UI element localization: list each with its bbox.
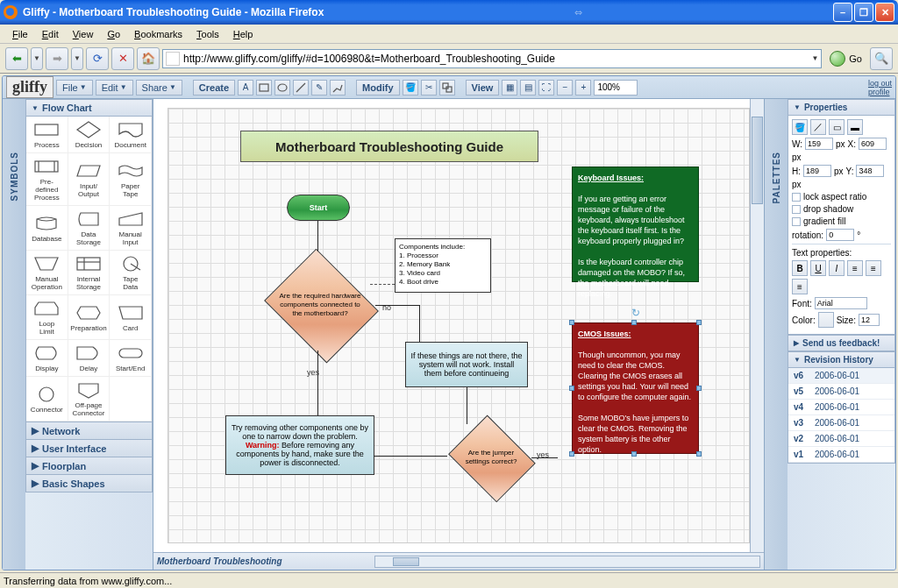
flow-title[interactable]: Motherboard Troubleshooting Guide [240, 131, 538, 162]
palettes-tab[interactable]: PALETTES [765, 99, 788, 570]
shape-document[interactable]: Document [110, 117, 152, 153]
tool-group[interactable] [439, 80, 455, 96]
profile-link[interactable]: profile [868, 88, 892, 96]
gradient-fill-checkbox[interactable] [792, 217, 801, 226]
tool-snap[interactable]: ▤ [520, 80, 536, 96]
forward-history-dropdown[interactable]: ▼ [71, 47, 83, 70]
go-icon[interactable] [830, 51, 845, 67]
resize-handle[interactable] [569, 451, 574, 457]
shape-start-end[interactable]: Start/End [110, 340, 152, 377]
shape-internal-storage[interactable]: InternalStorage [68, 251, 110, 295]
tool-fill[interactable]: 🪣 [403, 80, 418, 96]
menu-go[interactable]: Go [100, 27, 127, 41]
menu-help[interactable]: Help [226, 27, 260, 41]
shape-process[interactable]: Process [26, 117, 68, 153]
palette-flowchart-header[interactable]: ▼Flow Chart [25, 99, 153, 117]
properties-header[interactable]: ▼Properties [788, 99, 895, 116]
flow-components-list[interactable]: Components include: 1. Processor 2. Memo… [395, 238, 491, 293]
x-input[interactable] [859, 138, 887, 150]
revision-history-header[interactable]: ▼Revision History [788, 351, 895, 368]
font-select[interactable] [815, 297, 867, 309]
url-bar[interactable]: ▼ [162, 49, 822, 68]
shape-connector[interactable]: Connector [26, 377, 68, 422]
tool-line[interactable] [293, 80, 309, 96]
shape-pre-defined-process[interactable]: Pre-definedProcess [26, 153, 68, 206]
revision-row[interactable]: v52006-06-01 [788, 384, 894, 400]
note-keyboard[interactable]: Keyboard Issues: If you are getting an e… [572, 166, 699, 282]
palette-network[interactable]: ▶Network [25, 422, 153, 440]
palette-basic-shapes[interactable]: ▶Basic Shapes [25, 475, 153, 492]
rotation-input[interactable] [826, 229, 854, 241]
canvas[interactable]: Motherboard Troubleshooting Guide Start … [167, 108, 750, 543]
flow-try-remove-box[interactable]: Try removing other components one by one… [225, 415, 374, 475]
app-menu-edit[interactable]: Edit▼ [96, 80, 133, 96]
align-center-button[interactable]: ≡ [866, 260, 881, 276]
revision-row[interactable]: v62006-06-01 [788, 368, 894, 384]
shape-input-output[interactable]: Input/Output [68, 153, 110, 206]
tool-zoom-in[interactable]: + [575, 80, 591, 96]
flow-decision-components[interactable]: Are the required hardware components con… [263, 258, 377, 352]
horizontal-scrollbar[interactable] [374, 556, 760, 568]
note-cmos[interactable]: CMOS Issues: Though uncommon, you may ne… [572, 322, 699, 454]
italic-button[interactable]: I [829, 260, 845, 276]
menu-file[interactable]: File [5, 27, 35, 41]
shape-tape-data[interactable]: TapeData [110, 251, 152, 295]
menu-view[interactable]: View [66, 27, 101, 41]
url-input[interactable] [183, 53, 808, 65]
shape-display[interactable]: Display [26, 340, 68, 377]
align-right-button[interactable]: ≡ [792, 279, 808, 294]
shape-manual-operation[interactable]: ManualOperation [26, 251, 68, 295]
shape-preparation[interactable]: Preparation [68, 295, 110, 340]
reload-button[interactable]: ⟳ [86, 47, 109, 70]
minimize-button[interactable]: – [833, 3, 852, 22]
close-button[interactable]: ✕ [875, 3, 894, 22]
tool-zoom-fit[interactable]: ⛶ [538, 80, 554, 96]
height-input[interactable] [803, 165, 831, 177]
resize-handle[interactable] [631, 320, 637, 325]
palette-user-interface[interactable]: ▶User Interface [25, 440, 153, 457]
revision-row[interactable]: v22006-06-01 [788, 431, 894, 447]
rotate-handle-icon[interactable]: ↻ [631, 307, 640, 319]
shape-decision[interactable]: Decision [68, 117, 110, 153]
shape-card[interactable]: Card [110, 295, 152, 340]
document-tab[interactable]: Motherboard Troubleshooting [157, 556, 282, 566]
tool-connector[interactable] [330, 80, 346, 96]
tool-delete[interactable]: ✂ [421, 80, 437, 96]
lock-aspect-checkbox[interactable] [792, 193, 801, 202]
menu-bookmarks[interactable]: Bookmarks [127, 27, 189, 41]
underline-button[interactable]: U [810, 260, 826, 276]
stop-button[interactable]: ✕ [111, 47, 134, 70]
bold-button[interactable]: B [792, 260, 808, 276]
send-back-tool[interactable]: ▭ [829, 119, 845, 135]
back-history-dropdown[interactable]: ▼ [31, 47, 43, 70]
flow-start[interactable]: Start [287, 195, 350, 221]
tool-text[interactable]: A [238, 80, 253, 96]
back-button[interactable]: ⬅ [5, 47, 28, 70]
feedback-link[interactable]: ▶Send us feedback! [788, 335, 895, 351]
shape-data-storage[interactable]: DataStorage [68, 206, 110, 251]
app-menu-file[interactable]: File▼ [56, 80, 93, 96]
text-color-tool[interactable] [818, 312, 834, 328]
font-size-input[interactable] [859, 314, 880, 326]
shape-database[interactable]: Database [26, 206, 68, 251]
maximize-button[interactable]: ❐ [854, 3, 873, 22]
window-grip[interactable]: ⇔ [324, 7, 833, 18]
shape-loop-limit[interactable]: LoopLimit [26, 295, 68, 340]
tool-rect[interactable] [256, 80, 272, 96]
url-dropdown[interactable]: ▼ [811, 54, 818, 62]
forward-button[interactable]: ➡ [46, 47, 68, 70]
drop-shadow-checkbox[interactable] [792, 205, 801, 214]
resize-handle[interactable] [569, 386, 574, 391]
resize-handle[interactable] [696, 451, 702, 457]
logout-link[interactable]: log out [868, 79, 892, 88]
tool-ellipse[interactable] [274, 80, 290, 96]
flow-install-box[interactable]: If these things are not there, the syste… [405, 342, 528, 387]
menu-edit[interactable]: Edit [35, 27, 66, 41]
vertical-scrollbar[interactable] [750, 99, 764, 552]
flow-decision-jumpers[interactable]: Are the jumper settings correct? [447, 422, 535, 492]
align-left-button[interactable]: ≡ [847, 260, 863, 276]
shape-delay[interactable]: Delay [68, 340, 110, 377]
resize-handle[interactable] [569, 320, 574, 325]
symbols-tab[interactable]: SYMBOLS [3, 99, 25, 570]
revision-row[interactable]: v32006-06-01 [788, 415, 894, 431]
